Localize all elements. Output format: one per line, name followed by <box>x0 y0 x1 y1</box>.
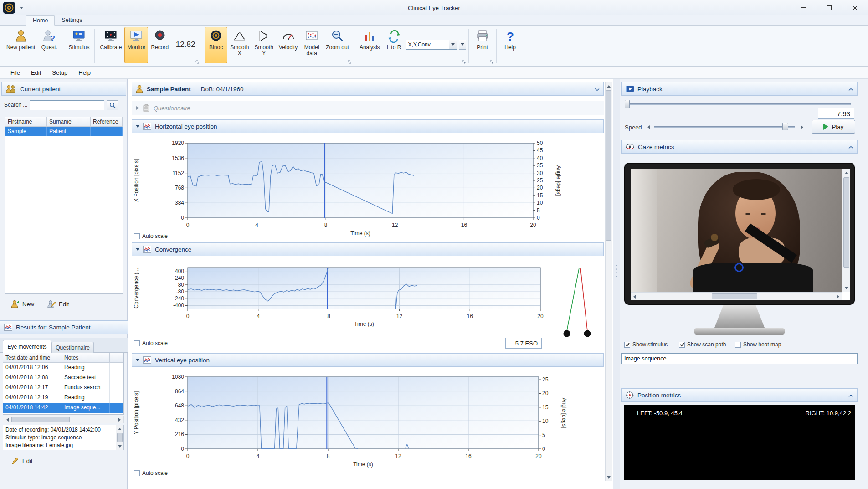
scroll-up-icon[interactable] <box>842 170 850 176</box>
minimize-button[interactable] <box>791 0 817 15</box>
column-header[interactable]: Surname <box>47 117 91 127</box>
vertical-eye-position-chart[interactable]: 048121620021643264886410800510152025Angl… <box>132 374 604 469</box>
collapse-triangle-icon[interactable] <box>136 359 139 361</box>
plot-mode-combo[interactable]: X,Y,Conv <box>406 40 457 50</box>
speed-decrease-icon[interactable] <box>645 124 652 131</box>
monitor-button[interactable]: Monitor <box>124 27 148 63</box>
smooth-y-button[interactable]: Smooth Y <box>252 27 276 63</box>
playback-slider-track[interactable] <box>627 103 851 105</box>
column-header[interactable]: Firstname <box>5 117 47 127</box>
show-stimulus-option[interactable]: Show stimulus <box>624 341 668 348</box>
collapse-triangle-icon[interactable] <box>136 125 139 128</box>
panel-splitter[interactable] <box>613 79 620 489</box>
smooth-x-button[interactable]: Smooth X <box>227 27 252 63</box>
group-dialog-launcher-icon[interactable] <box>347 59 352 66</box>
convergence-chart[interactable]: 048121620-400-240-8080240400Time (s)Conv… <box>132 265 547 329</box>
tab-settings[interactable]: Settings <box>55 15 89 25</box>
l-to-r-button[interactable]: L to R <box>383 27 406 63</box>
scroll-up-icon[interactable] <box>606 83 612 89</box>
tab-home[interactable]: Home <box>26 15 55 26</box>
edit-patient-button[interactable]: Edit <box>43 298 73 310</box>
scroll-right-icon[interactable] <box>835 293 841 300</box>
screen-vertical-scrollbar[interactable] <box>842 169 850 292</box>
column-header[interactable]: Reference <box>91 117 123 127</box>
questionnaire-section-row[interactable]: Questionnaire <box>132 101 604 115</box>
scroll-thumb[interactable] <box>712 293 757 299</box>
scroll-thumb[interactable] <box>606 90 611 241</box>
column-header[interactable] <box>110 353 123 363</box>
auto-scale-checkbox[interactable] <box>134 470 140 476</box>
questionnaire-button[interactable]: ? Quest. <box>38 27 61 63</box>
plot-mode-value[interactable]: X,Y,Conv <box>406 40 449 50</box>
record-button[interactable]: Record <box>148 27 171 63</box>
analysis-button[interactable]: Analysis <box>357 27 383 63</box>
scroll-up-icon[interactable] <box>116 426 123 432</box>
scroll-thumb[interactable] <box>117 433 123 442</box>
scroll-left-icon[interactable] <box>632 293 637 300</box>
main-vertical-scrollbar[interactable] <box>605 82 612 481</box>
show-heat-map-checkbox[interactable] <box>735 342 741 348</box>
new-patient-sidebar-button[interactable]: New <box>7 298 38 310</box>
scroll-right-icon[interactable] <box>116 416 123 423</box>
plot-mode-extra-dropdown-button[interactable] <box>459 40 466 50</box>
print-button[interactable]: Print <box>471 27 494 63</box>
tab-eye-movements[interactable]: Eye movements <box>3 340 51 353</box>
collapse-triangle-icon[interactable] <box>136 248 139 251</box>
stimulus-button[interactable]: Stimulus <box>66 27 92 63</box>
vertical-section-header[interactable]: Vertical eye position <box>132 353 604 367</box>
results-horizontal-scrollbar[interactable] <box>3 416 124 423</box>
zoom-out-button[interactable]: Zoom out <box>323 27 352 63</box>
playback-header[interactable]: Playback <box>621 82 858 96</box>
column-header[interactable]: Notes <box>62 353 110 363</box>
combo-dropdown-icon[interactable] <box>449 40 457 50</box>
scroll-thumb[interactable] <box>11 417 70 422</box>
binoc-button[interactable]: Binoc <box>205 27 227 63</box>
horizontal-section-header[interactable]: Horizontal eye position <box>132 119 604 133</box>
show-scan-path-checkbox[interactable] <box>679 342 685 348</box>
quick-access-customize-icon[interactable] <box>20 7 23 9</box>
position-metrics-header[interactable]: Position metrics <box>621 388 858 402</box>
result-row[interactable]: 04/01/2018 12:08 Saccade test <box>3 373 123 383</box>
column-header[interactable]: Test date and time <box>3 353 62 363</box>
details-scrollbar[interactable] <box>116 425 123 450</box>
menu-setup[interactable]: Setup <box>46 68 73 77</box>
result-row-selected[interactable]: 04/01/2018 14:42 Image seque... <box>3 403 123 413</box>
auto-scale-checkbox[interactable] <box>134 233 140 239</box>
speed-slider-thumb[interactable] <box>782 123 788 130</box>
group-dialog-launcher-icon[interactable] <box>195 59 200 66</box>
stimulus-name-field[interactable] <box>621 353 858 364</box>
close-button[interactable] <box>842 0 868 15</box>
group-dialog-launcher-icon[interactable] <box>489 59 494 66</box>
patient-search-input[interactable] <box>30 100 104 110</box>
collapse-chevron-icon[interactable] <box>848 86 853 93</box>
result-row[interactable]: 04/01/2018 12:06 Reading <box>3 363 123 373</box>
new-patient-button[interactable]: New patient <box>4 27 38 63</box>
gaze-metrics-header[interactable]: Gaze metrics <box>621 140 858 154</box>
velocity-button[interactable]: Velocity <box>276 27 300 63</box>
convergence-section-header[interactable]: Convergence <box>132 242 604 256</box>
menu-edit[interactable]: Edit <box>26 68 46 77</box>
scroll-left-icon[interactable] <box>4 416 10 423</box>
show-heat-map-option[interactable]: Show heat map <box>735 341 781 348</box>
scroll-thumb[interactable] <box>843 177 849 268</box>
tab-questionnaire[interactable]: Questionnaire <box>51 342 94 353</box>
scroll-down-icon[interactable] <box>606 474 612 480</box>
edit-result-button[interactable]: Edit <box>7 454 36 467</box>
menu-file[interactable]: File <box>5 68 26 77</box>
collapse-chevron-icon[interactable] <box>595 86 600 93</box>
collapse-chevron-icon[interactable] <box>848 392 853 399</box>
scroll-down-icon[interactable] <box>116 443 123 449</box>
screen-horizontal-scrollbar[interactable] <box>631 292 842 300</box>
result-row[interactable]: 04/01/2018 12:19 Reading <box>3 393 123 403</box>
patient-row[interactable]: Sample Patient <box>5 127 123 136</box>
collapse-chevron-icon[interactable] <box>848 144 853 150</box>
menu-help[interactable]: Help <box>73 68 96 77</box>
show-scan-path-option[interactable]: Show scan path <box>679 341 726 348</box>
maximize-button[interactable] <box>817 0 842 15</box>
search-button[interactable] <box>107 100 118 110</box>
speed-slider-track[interactable] <box>654 126 795 128</box>
auto-scale-checkbox[interactable] <box>134 340 140 346</box>
calibrate-button[interactable]: Calibrate <box>97 27 124 63</box>
patient-summary-header[interactable]: Sample Patient DoB: 04/1/1960 <box>132 82 604 96</box>
model-data-button[interactable]: Model data <box>300 27 323 63</box>
